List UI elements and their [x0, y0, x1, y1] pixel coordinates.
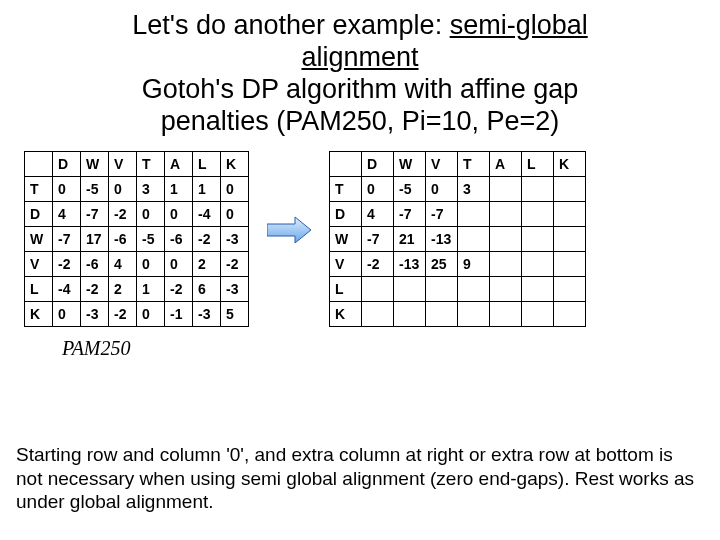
col-header: K [221, 152, 249, 177]
col-header: V [109, 152, 137, 177]
col-header: W [394, 152, 426, 177]
cell [522, 252, 554, 277]
cell [362, 302, 394, 327]
arrow-right-icon [267, 215, 311, 245]
col-header: V [426, 152, 458, 177]
cell [458, 277, 490, 302]
cell: -4 [53, 277, 81, 302]
cell [554, 302, 586, 327]
svg-marker-0 [267, 217, 311, 243]
footer-text: Starting row and column '0', and extra c… [16, 443, 704, 514]
cell: -13 [394, 252, 426, 277]
col-header: A [165, 152, 193, 177]
col-header: D [53, 152, 81, 177]
table-header-row: D W V T A L K [330, 152, 586, 177]
cell: -1 [165, 302, 193, 327]
cell: 2 [193, 252, 221, 277]
table-row: W -7 21 -13 [330, 227, 586, 252]
col-header: W [81, 152, 109, 177]
cell [362, 277, 394, 302]
table-corner [330, 152, 362, 177]
row-header: L [330, 277, 362, 302]
table-header-row: D W V T A L K [25, 152, 249, 177]
cell: -13 [426, 227, 458, 252]
cell [426, 302, 458, 327]
row-header: V [330, 252, 362, 277]
cell [394, 277, 426, 302]
cell: -2 [362, 252, 394, 277]
pam250-caption: PAM250 [62, 337, 692, 360]
cell: -7 [53, 227, 81, 252]
title-line2: alignment [301, 42, 418, 72]
table-row: V -2 -13 25 9 [330, 252, 586, 277]
cell [522, 277, 554, 302]
col-header: K [554, 152, 586, 177]
cell: -3 [221, 227, 249, 252]
row-header: D [330, 202, 362, 227]
cell: 4 [53, 202, 81, 227]
cell [490, 302, 522, 327]
cell [426, 277, 458, 302]
cell: -4 [193, 202, 221, 227]
cell: 4 [109, 252, 137, 277]
cell [490, 252, 522, 277]
cell [490, 202, 522, 227]
cell: 17 [81, 227, 109, 252]
cell: 1 [137, 277, 165, 302]
col-header: D [362, 152, 394, 177]
table-row: L -4 -2 2 1 -2 6 -3 [25, 277, 249, 302]
cell: -5 [137, 227, 165, 252]
table-row: K [330, 302, 586, 327]
cell: 0 [109, 177, 137, 202]
cell [522, 202, 554, 227]
cell: 1 [193, 177, 221, 202]
table-row: L [330, 277, 586, 302]
cell [554, 177, 586, 202]
dp-table: D W V T A L K T 0 -5 0 3 D 4 -7 [329, 151, 586, 327]
cell: 0 [221, 177, 249, 202]
row-header: K [25, 302, 53, 327]
table-row: T 0 -5 0 3 1 1 0 [25, 177, 249, 202]
col-header: L [522, 152, 554, 177]
row-header: D [25, 202, 53, 227]
tables-row: D W V T A L K T 0 -5 0 3 1 1 0 D 4 - [24, 151, 692, 327]
cell [458, 202, 490, 227]
table-row: W -7 17 -6 -5 -6 -2 -3 [25, 227, 249, 252]
cell: -3 [221, 277, 249, 302]
cell: -2 [221, 252, 249, 277]
cell: 4 [362, 202, 394, 227]
cell [490, 177, 522, 202]
cell: 0 [221, 202, 249, 227]
cell: 0 [53, 177, 81, 202]
cell: 0 [137, 302, 165, 327]
cell [458, 302, 490, 327]
col-header: T [458, 152, 490, 177]
cell: 5 [221, 302, 249, 327]
cell: 0 [426, 177, 458, 202]
cell: 3 [458, 177, 490, 202]
cell: -2 [109, 302, 137, 327]
title-line1-ul: semi-global [450, 10, 588, 40]
cell: -2 [193, 227, 221, 252]
cell [522, 227, 554, 252]
cell: 2 [109, 277, 137, 302]
col-header: T [137, 152, 165, 177]
cell: -7 [362, 227, 394, 252]
cell: 0 [362, 177, 394, 202]
table-corner [25, 152, 53, 177]
cell: -3 [193, 302, 221, 327]
row-header: K [330, 302, 362, 327]
cell: -6 [81, 252, 109, 277]
cell: 25 [426, 252, 458, 277]
cell [490, 227, 522, 252]
cell [394, 302, 426, 327]
cell: 0 [53, 302, 81, 327]
cell [522, 302, 554, 327]
cell: -2 [165, 277, 193, 302]
table-row: D 4 -7 -2 0 0 -4 0 [25, 202, 249, 227]
cell: 1 [165, 177, 193, 202]
cell [490, 277, 522, 302]
row-header: V [25, 252, 53, 277]
row-header: T [330, 177, 362, 202]
cell [554, 252, 586, 277]
